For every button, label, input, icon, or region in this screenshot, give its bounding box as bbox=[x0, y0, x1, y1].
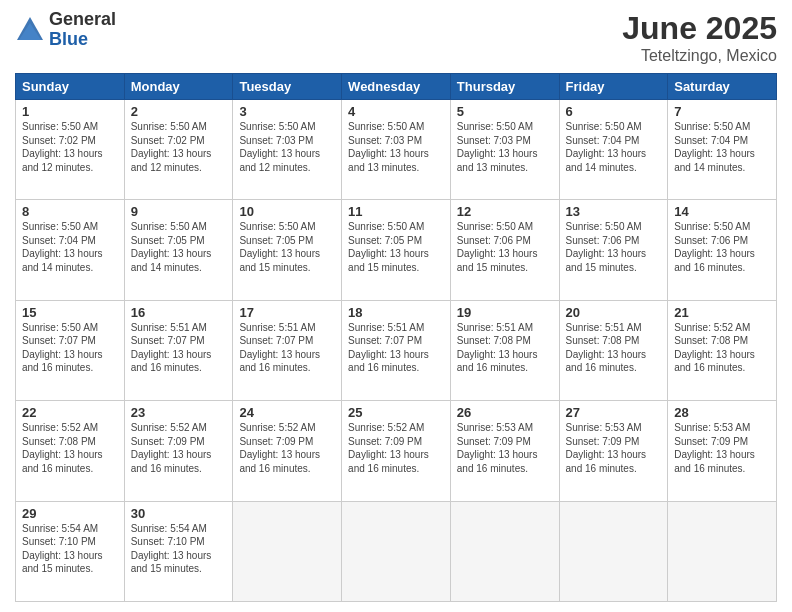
calendar-row-1: 8 Sunrise: 5:50 AMSunset: 7:04 PMDayligh… bbox=[16, 200, 777, 300]
calendar-row-4: 29 Sunrise: 5:54 AMSunset: 7:10 PMDaylig… bbox=[16, 501, 777, 601]
day-number: 29 bbox=[22, 506, 118, 521]
day-number: 1 bbox=[22, 104, 118, 119]
table-row: 8 Sunrise: 5:50 AMSunset: 7:04 PMDayligh… bbox=[16, 200, 125, 300]
table-row: 9 Sunrise: 5:50 AMSunset: 7:05 PMDayligh… bbox=[124, 200, 233, 300]
header-thursday: Thursday bbox=[450, 74, 559, 100]
header-monday: Monday bbox=[124, 74, 233, 100]
day-info: Sunrise: 5:50 AMSunset: 7:03 PMDaylight:… bbox=[239, 121, 320, 173]
header-sunday: Sunday bbox=[16, 74, 125, 100]
table-row: 5 Sunrise: 5:50 AMSunset: 7:03 PMDayligh… bbox=[450, 100, 559, 200]
table-row: 28 Sunrise: 5:53 AMSunset: 7:09 PMDaylig… bbox=[668, 401, 777, 501]
day-number: 14 bbox=[674, 204, 770, 219]
day-info: Sunrise: 5:50 AMSunset: 7:05 PMDaylight:… bbox=[131, 221, 212, 273]
day-number: 13 bbox=[566, 204, 662, 219]
day-info: Sunrise: 5:52 AMSunset: 7:09 PMDaylight:… bbox=[239, 422, 320, 474]
day-number: 22 bbox=[22, 405, 118, 420]
day-info: Sunrise: 5:50 AMSunset: 7:06 PMDaylight:… bbox=[566, 221, 647, 273]
header-tuesday: Tuesday bbox=[233, 74, 342, 100]
table-row: 10 Sunrise: 5:50 AMSunset: 7:05 PMDaylig… bbox=[233, 200, 342, 300]
calendar-row-0: 1 Sunrise: 5:50 AMSunset: 7:02 PMDayligh… bbox=[16, 100, 777, 200]
table-row: 1 Sunrise: 5:50 AMSunset: 7:02 PMDayligh… bbox=[16, 100, 125, 200]
day-number: 12 bbox=[457, 204, 553, 219]
day-info: Sunrise: 5:52 AMSunset: 7:09 PMDaylight:… bbox=[348, 422, 429, 474]
day-number: 28 bbox=[674, 405, 770, 420]
day-number: 27 bbox=[566, 405, 662, 420]
table-row: 27 Sunrise: 5:53 AMSunset: 7:09 PMDaylig… bbox=[559, 401, 668, 501]
day-number: 25 bbox=[348, 405, 444, 420]
day-info: Sunrise: 5:51 AMSunset: 7:08 PMDaylight:… bbox=[566, 322, 647, 374]
day-info: Sunrise: 5:52 AMSunset: 7:08 PMDaylight:… bbox=[22, 422, 103, 474]
table-row: 21 Sunrise: 5:52 AMSunset: 7:08 PMDaylig… bbox=[668, 300, 777, 400]
day-number: 3 bbox=[239, 104, 335, 119]
header: General Blue June 2025 Teteltzingo, Mexi… bbox=[15, 10, 777, 65]
day-info: Sunrise: 5:51 AMSunset: 7:07 PMDaylight:… bbox=[131, 322, 212, 374]
day-number: 11 bbox=[348, 204, 444, 219]
calendar-row-3: 22 Sunrise: 5:52 AMSunset: 7:08 PMDaylig… bbox=[16, 401, 777, 501]
day-number: 23 bbox=[131, 405, 227, 420]
day-info: Sunrise: 5:54 AMSunset: 7:10 PMDaylight:… bbox=[131, 523, 212, 575]
table-row: 4 Sunrise: 5:50 AMSunset: 7:03 PMDayligh… bbox=[342, 100, 451, 200]
day-info: Sunrise: 5:54 AMSunset: 7:10 PMDaylight:… bbox=[22, 523, 103, 575]
title-block: June 2025 Teteltzingo, Mexico bbox=[622, 10, 777, 65]
table-row: 15 Sunrise: 5:50 AMSunset: 7:07 PMDaylig… bbox=[16, 300, 125, 400]
table-row: 13 Sunrise: 5:50 AMSunset: 7:06 PMDaylig… bbox=[559, 200, 668, 300]
day-number: 8 bbox=[22, 204, 118, 219]
day-number: 20 bbox=[566, 305, 662, 320]
day-info: Sunrise: 5:50 AMSunset: 7:05 PMDaylight:… bbox=[239, 221, 320, 273]
day-number: 17 bbox=[239, 305, 335, 320]
logo-blue: Blue bbox=[49, 30, 116, 50]
day-info: Sunrise: 5:50 AMSunset: 7:04 PMDaylight:… bbox=[22, 221, 103, 273]
table-row bbox=[342, 501, 451, 601]
logo-text: General Blue bbox=[49, 10, 116, 50]
day-number: 9 bbox=[131, 204, 227, 219]
table-row bbox=[233, 501, 342, 601]
day-info: Sunrise: 5:52 AMSunset: 7:09 PMDaylight:… bbox=[131, 422, 212, 474]
day-info: Sunrise: 5:50 AMSunset: 7:03 PMDaylight:… bbox=[457, 121, 538, 173]
header-wednesday: Wednesday bbox=[342, 74, 451, 100]
calendar-row-2: 15 Sunrise: 5:50 AMSunset: 7:07 PMDaylig… bbox=[16, 300, 777, 400]
day-info: Sunrise: 5:50 AMSunset: 7:03 PMDaylight:… bbox=[348, 121, 429, 173]
day-info: Sunrise: 5:50 AMSunset: 7:05 PMDaylight:… bbox=[348, 221, 429, 273]
logo: General Blue bbox=[15, 10, 116, 50]
day-number: 21 bbox=[674, 305, 770, 320]
table-row: 18 Sunrise: 5:51 AMSunset: 7:07 PMDaylig… bbox=[342, 300, 451, 400]
table-row: 3 Sunrise: 5:50 AMSunset: 7:03 PMDayligh… bbox=[233, 100, 342, 200]
table-row: 22 Sunrise: 5:52 AMSunset: 7:08 PMDaylig… bbox=[16, 401, 125, 501]
table-row: 17 Sunrise: 5:51 AMSunset: 7:07 PMDaylig… bbox=[233, 300, 342, 400]
day-info: Sunrise: 5:50 AMSunset: 7:07 PMDaylight:… bbox=[22, 322, 103, 374]
day-info: Sunrise: 5:53 AMSunset: 7:09 PMDaylight:… bbox=[566, 422, 647, 474]
logo-icon bbox=[15, 15, 45, 45]
day-number: 26 bbox=[457, 405, 553, 420]
day-info: Sunrise: 5:50 AMSunset: 7:06 PMDaylight:… bbox=[674, 221, 755, 273]
table-row bbox=[559, 501, 668, 601]
day-number: 24 bbox=[239, 405, 335, 420]
day-number: 6 bbox=[566, 104, 662, 119]
day-number: 10 bbox=[239, 204, 335, 219]
table-row: 23 Sunrise: 5:52 AMSunset: 7:09 PMDaylig… bbox=[124, 401, 233, 501]
day-number: 16 bbox=[131, 305, 227, 320]
day-info: Sunrise: 5:50 AMSunset: 7:02 PMDaylight:… bbox=[22, 121, 103, 173]
table-row: 7 Sunrise: 5:50 AMSunset: 7:04 PMDayligh… bbox=[668, 100, 777, 200]
table-row: 19 Sunrise: 5:51 AMSunset: 7:08 PMDaylig… bbox=[450, 300, 559, 400]
header-saturday: Saturday bbox=[668, 74, 777, 100]
table-row: 30 Sunrise: 5:54 AMSunset: 7:10 PMDaylig… bbox=[124, 501, 233, 601]
table-row: 26 Sunrise: 5:53 AMSunset: 7:09 PMDaylig… bbox=[450, 401, 559, 501]
day-info: Sunrise: 5:51 AMSunset: 7:07 PMDaylight:… bbox=[348, 322, 429, 374]
calendar-table: Sunday Monday Tuesday Wednesday Thursday… bbox=[15, 73, 777, 602]
day-number: 7 bbox=[674, 104, 770, 119]
day-number: 15 bbox=[22, 305, 118, 320]
day-number: 18 bbox=[348, 305, 444, 320]
table-row: 12 Sunrise: 5:50 AMSunset: 7:06 PMDaylig… bbox=[450, 200, 559, 300]
page: General Blue June 2025 Teteltzingo, Mexi… bbox=[0, 0, 792, 612]
header-row: Sunday Monday Tuesday Wednesday Thursday… bbox=[16, 74, 777, 100]
table-row bbox=[668, 501, 777, 601]
day-info: Sunrise: 5:50 AMSunset: 7:02 PMDaylight:… bbox=[131, 121, 212, 173]
day-info: Sunrise: 5:50 AMSunset: 7:06 PMDaylight:… bbox=[457, 221, 538, 273]
day-number: 30 bbox=[131, 506, 227, 521]
day-info: Sunrise: 5:52 AMSunset: 7:08 PMDaylight:… bbox=[674, 322, 755, 374]
day-info: Sunrise: 5:50 AMSunset: 7:04 PMDaylight:… bbox=[674, 121, 755, 173]
day-number: 2 bbox=[131, 104, 227, 119]
calendar-title: June 2025 bbox=[622, 10, 777, 47]
logo-general: General bbox=[49, 10, 116, 30]
table-row: 20 Sunrise: 5:51 AMSunset: 7:08 PMDaylig… bbox=[559, 300, 668, 400]
